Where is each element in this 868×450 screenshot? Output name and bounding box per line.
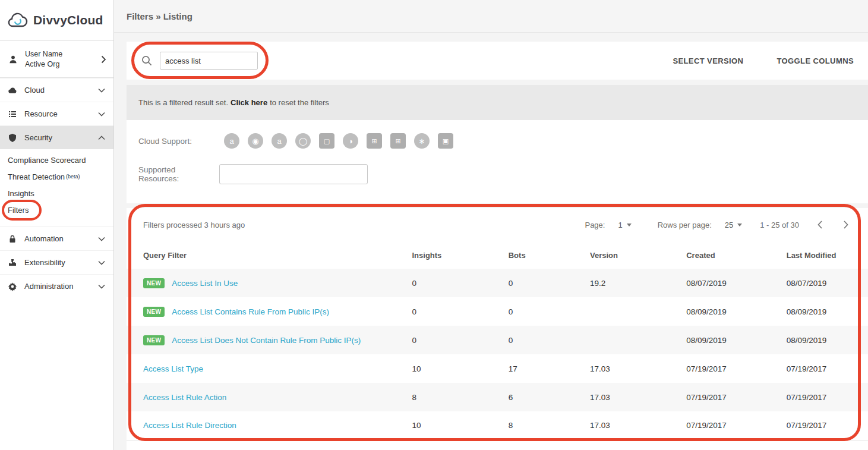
breadcrumb: Filters » Listing [127, 11, 192, 21]
filtered-result-banner: This is a filtered result set. Click her… [127, 85, 868, 120]
cell-created: 08/09/2019 [686, 297, 786, 326]
table-row: NEW Access List In Use 0 0 19.2 08/07/20… [127, 269, 868, 297]
subitem-label: Compliance Scorecard [8, 156, 86, 165]
cloud-support-icon-alibaba-cloud: ▢ [319, 133, 334, 149]
cloud-support-icons: a ◉ a ◯ ▢ ◑ ⊞ ⊞ ∗ ▣ [224, 133, 453, 149]
chevron-up-icon [98, 136, 105, 140]
cell-bots: 6 [509, 383, 590, 411]
cell-insights: 0 [412, 269, 508, 297]
filter-link[interactable]: Access List Type [143, 364, 203, 373]
cloud-support-icon-kubernetes: ∗ [414, 133, 430, 149]
sidebar-item-security[interactable]: Security [0, 125, 113, 149]
sidebar-item-automation[interactable]: Automation [0, 226, 113, 250]
column-header-created: Created [686, 241, 786, 269]
next-page-button[interactable] [841, 218, 851, 232]
page-value: 1 [618, 221, 622, 229]
cell-version: 17.03 [590, 354, 686, 383]
cloud-support-icon-ibm-cloud: ◉ [248, 133, 263, 149]
sidebar-item-label: Security [24, 133, 52, 142]
cell-insights: 0 [412, 326, 508, 354]
chevron-down-icon [98, 112, 105, 117]
subitem-label: Filters [8, 206, 29, 215]
sidebar-item-label: Automation [24, 234, 64, 243]
rows-per-page-select[interactable]: 25 [725, 221, 742, 229]
filter-link[interactable]: Access List Rule Action [143, 393, 226, 402]
table-row: NEW Access List Does Not Contain Rule Fr… [127, 326, 868, 354]
sidebar-item-label: Administration [24, 282, 73, 291]
table-row: NEW Access List Contains Rule From Publi… [127, 297, 868, 326]
page-select[interactable]: 1 [618, 221, 631, 229]
sidebar-item-extensibility[interactable]: Extensibility [0, 250, 113, 274]
search-input[interactable] [160, 52, 258, 70]
new-badge: NEW [143, 335, 165, 345]
shield-icon [8, 133, 17, 143]
supported-resources-row: Supported Resources: [138, 164, 856, 184]
table-status-row: Filters processed 3 hours ago Page: 1 Ro… [127, 208, 868, 241]
sidebar-item-administration[interactable]: Administration [0, 274, 113, 298]
supported-resources-input[interactable] [219, 164, 368, 184]
previous-page-button[interactable] [815, 218, 825, 232]
column-header-insights: Insights [412, 241, 508, 269]
cell-created: 08/09/2019 [686, 326, 786, 354]
listing-toolbar: SELECT VERSION TOGGLE COLUMNS [127, 42, 868, 80]
search-area [141, 52, 258, 70]
filter-link[interactable]: Access List Rule Direction [143, 421, 236, 430]
caret-down-icon [627, 224, 632, 226]
column-header-bots: Bots [509, 241, 590, 269]
top-bar: Filters » Listing [114, 0, 868, 33]
page-label: Page: [585, 221, 605, 229]
security-submenu: Compliance Scorecard Threat Detection (b… [0, 149, 113, 226]
cell-created: 08/07/2019 [686, 269, 786, 297]
cloud-icon [8, 86, 17, 95]
rows-per-page-value: 25 [725, 221, 733, 229]
supported-resources-label: Supported Resources: [138, 165, 217, 183]
cell-insights: 8 [412, 383, 508, 411]
column-header-last-modified: Last Modified [787, 241, 868, 269]
new-badge: NEW [143, 278, 165, 288]
main-content: SELECT VERSION TOGGLE COLUMNS This is a … [127, 42, 868, 450]
brand-logo: DivvyCloud [0, 0, 113, 41]
sidebar-item-resource[interactable]: Resource [0, 102, 113, 125]
user-menu[interactable]: User Name Active Org [0, 41, 113, 78]
banner-text: This is a filtered result set. [138, 98, 228, 107]
processed-status: Filters processed 3 hours ago [143, 221, 245, 229]
cell-created: 07/19/2017 [686, 383, 786, 411]
cell-insights: 10 [412, 411, 508, 440]
sidebar-subitem-compliance-scorecard[interactable]: Compliance Scorecard [0, 152, 113, 168]
sidebar-subitem-filters[interactable]: Filters [0, 202, 113, 218]
toggle-columns-button[interactable]: TOGGLE COLUMNS [777, 56, 854, 65]
cell-created: 07/19/2017 [686, 354, 786, 383]
cloud-support-icon-aws: a [224, 133, 239, 149]
sidebar-item-label: Resource [24, 109, 58, 118]
cloud-support-label: Cloud Support: [138, 137, 217, 146]
table-header-row: Query Filter Insights Bots Version Creat… [127, 241, 868, 269]
search-icon [141, 55, 153, 67]
cell-last-modified: 07/19/2017 [787, 383, 868, 411]
filters-table: Query Filter Insights Bots Version Creat… [127, 241, 868, 440]
cloud-support-row: Cloud Support: a ◉ a ◯ ▢ ◑ ⊞ ⊞ ∗ ▣ [138, 133, 856, 149]
filter-link[interactable]: Access List In Use [172, 279, 238, 288]
app-window: DivvyCloud User Name Active Org Cloud [0, 0, 868, 450]
cell-insights: 10 [412, 354, 508, 383]
sidebar-subitem-threat-detection[interactable]: Threat Detection (beta) [0, 168, 113, 185]
chevron-down-icon [98, 284, 105, 289]
lock-icon [8, 234, 17, 244]
cell-version [590, 297, 686, 326]
column-header-version: Version [590, 241, 686, 269]
filter-link[interactable]: Access List Contains Rule From Public IP… [172, 307, 329, 316]
cloud-support-icon-azure: ⊞ [367, 133, 382, 149]
cell-insights: 0 [412, 297, 508, 326]
cell-version [590, 326, 686, 354]
pagination-range: 1 - 25 of 30 [760, 221, 799, 229]
table-row: Access List Type 10 17 17.03 07/19/2017 … [127, 354, 868, 383]
pagination-controls: Page: 1 Rows per page: 25 1 - 25 of 30 [585, 218, 851, 232]
filter-link[interactable]: Access List Does Not Contain Rule From P… [172, 336, 361, 345]
cell-last-modified: 07/19/2017 [787, 411, 868, 440]
cloud-support-icon-oracle-cloud: ◯ [295, 133, 311, 149]
cell-created: 07/19/2017 [686, 411, 786, 440]
sidebar-subitem-insights[interactable]: Insights [0, 185, 113, 202]
cell-version: 19.2 [590, 269, 686, 297]
select-version-button[interactable]: SELECT VERSION [673, 56, 743, 65]
sidebar-item-cloud[interactable]: Cloud [0, 78, 113, 102]
reset-filters-link[interactable]: Click here [231, 98, 267, 107]
